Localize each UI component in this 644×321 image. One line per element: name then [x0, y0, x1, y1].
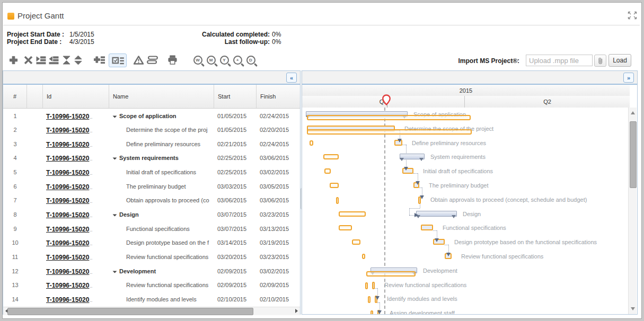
task-id-link[interactable]: T-10996-15020 — [46, 127, 89, 134]
column-header-num[interactable]: # — [3, 85, 27, 108]
column-header-name[interactable]: Name — [109, 85, 214, 108]
column-header-start[interactable]: Start — [214, 85, 257, 108]
expand-all-icon[interactable] — [72, 54, 84, 66]
baseline-bar[interactable] — [352, 239, 360, 245]
zoom-month-icon[interactable]: M — [205, 54, 217, 66]
task-id-link[interactable]: T-10996-15020 — [46, 141, 89, 148]
expanded-node-icon[interactable] — [113, 156, 117, 160]
task-start-cell: 03/14/2015 — [214, 239, 257, 246]
task-id-link[interactable]: T-10996-15020 — [46, 282, 89, 289]
id-ellipsis: .. — [89, 269, 92, 275]
baseline-bar[interactable] — [370, 310, 373, 314]
upload-mpp-input[interactable] — [526, 55, 593, 66]
gantt-task-label: System requirements — [430, 154, 486, 160]
v-scrollbar-thumb[interactable] — [630, 121, 637, 188]
id-ellipsis: .. — [89, 170, 92, 176]
task-id-link[interactable]: T-10996-15020 — [46, 169, 89, 176]
column-header-finish[interactable]: Finish — [257, 85, 300, 108]
baseline-bar[interactable] — [362, 254, 365, 259]
column-header-icon[interactable] — [27, 85, 43, 108]
scroll-down-arrow[interactable] — [631, 307, 635, 310]
table-row[interactable]: 5T-10996-15020..Initial draft of specifi… — [3, 165, 300, 180]
warning-icon[interactable] — [132, 54, 145, 66]
baseline-bar[interactable] — [323, 154, 339, 159]
load-button[interactable]: Load — [608, 54, 631, 67]
collapse-all-icon[interactable] — [60, 54, 73, 66]
baseline-bar[interactable] — [365, 282, 368, 289]
baseline-bar[interactable] — [336, 197, 339, 204]
baseline-bar[interactable] — [324, 168, 331, 174]
zoom-day-icon[interactable]: D — [244, 54, 257, 66]
task-id-link[interactable]: T-10996-15020 — [46, 155, 89, 162]
delete-task-icon[interactable] — [22, 54, 34, 66]
table-row[interactable]: 10T-10996-15020..Design prototype based … — [3, 236, 300, 250]
gantt-task-label: Initial draft of specifications — [423, 168, 493, 174]
indent-icon[interactable] — [34, 54, 47, 66]
expand-right-panel-button[interactable]: » — [623, 73, 634, 83]
maximize-icon[interactable] — [628, 11, 637, 20]
table-row[interactable]: 2T-10996-15020..Determine the scope of t… — [3, 123, 300, 137]
task-id-link[interactable]: T-10996-15020 — [46, 183, 89, 191]
table-row[interactable]: 4T-10996-15020..System requirements02/25… — [3, 151, 300, 165]
expanded-node-icon[interactable] — [113, 113, 117, 118]
baseline-bar[interactable] — [368, 296, 370, 303]
zoom-year-icon[interactable]: Y — [218, 54, 231, 66]
table-row[interactable]: 6T-10996-15020..The preliminary budget03… — [3, 179, 300, 193]
header-divider — [3, 25, 640, 25]
row-number: 8 — [3, 211, 27, 218]
table-row[interactable]: 14T-10996-15020..Identify modules and le… — [3, 292, 300, 306]
dependency-connector — [437, 230, 437, 238]
task-finish-cell: 03/19/2015 — [257, 239, 300, 246]
attach-file-button[interactable] — [594, 55, 606, 67]
table-row[interactable]: 9T-10996-15020..Functional specification… — [3, 221, 300, 236]
dependency-arrow-icon — [420, 195, 424, 199]
task-id-link[interactable]: T-10996-15020 — [46, 226, 89, 233]
today-pin-marker[interactable] — [382, 94, 391, 108]
add-row-icon[interactable] — [93, 54, 105, 66]
gantt-vertical-scrollbar[interactable] — [628, 108, 637, 314]
task-bar[interactable] — [372, 282, 375, 289]
table-row[interactable]: 13T-10996-15020..Review functional speci… — [3, 278, 300, 292]
checklist-columns-icon[interactable] — [109, 54, 127, 67]
zoom-in-icon[interactable]: + — [231, 54, 244, 66]
baseline-bar[interactable] — [339, 225, 352, 230]
baseline-bar[interactable] — [307, 115, 471, 120]
task-id-link[interactable]: T-10996-15020 — [46, 254, 89, 261]
task-id-link[interactable]: T-10996-15020 — [46, 211, 89, 219]
table-row[interactable]: 11T-10996-15020..Review functional speci… — [3, 250, 300, 264]
task-name-cell: Functional specifications — [109, 226, 214, 232]
baseline-bar[interactable] — [307, 129, 472, 135]
task-finish-cell: 03/06/2015 — [257, 197, 300, 203]
expanded-node-icon[interactable] — [113, 212, 117, 217]
zoom-week-icon[interactable]: W — [191, 54, 204, 66]
table-row[interactable]: 3T-10996-15020..Define preliminary resou… — [3, 137, 300, 151]
task-id-link[interactable]: T-10996-15020 — [46, 197, 89, 204]
scroll-right-arrow[interactable] — [295, 309, 298, 313]
table-row[interactable]: 8T-10996-15020..Design03/07/201503/23/20… — [3, 208, 300, 222]
task-id-link[interactable]: T-10996-15020 — [46, 296, 89, 304]
task-id-link[interactable]: T-10996-15020 — [46, 239, 89, 247]
summary-bar[interactable] — [416, 211, 457, 217]
dependencies-icon[interactable] — [146, 54, 158, 66]
print-icon[interactable] — [166, 54, 179, 66]
baseline-bar[interactable] — [366, 271, 416, 277]
table-row[interactable]: 12T-10996-15020..Development02/09/201503… — [3, 264, 300, 278]
table-row[interactable]: 1T-10996-15020..Scope of application01/0… — [3, 109, 300, 123]
h-scrollbar-thumb[interactable] — [7, 308, 253, 315]
add-task-icon[interactable] — [7, 54, 20, 66]
expanded-node-icon[interactable] — [113, 269, 117, 273]
task-id-link[interactable]: T-10996-15020 — [46, 268, 89, 275]
collapse-left-panel-button[interactable]: « — [286, 73, 297, 83]
table-row[interactable]: 7T-10996-15020..Obtain approvals to proc… — [3, 193, 300, 208]
outdent-icon[interactable] — [47, 54, 60, 66]
baseline-bar[interactable] — [330, 183, 339, 188]
task-bar[interactable] — [421, 225, 433, 230]
task-id-link[interactable]: T-10996-15020 — [46, 113, 89, 120]
scroll-up-arrow[interactable] — [631, 111, 635, 114]
id-ellipsis: .. — [89, 240, 92, 246]
grid-horizontal-scrollbar[interactable] — [3, 307, 300, 315]
baseline-bar[interactable] — [310, 140, 313, 146]
column-header-id[interactable]: Id — [43, 85, 109, 108]
baseline-bar[interactable] — [339, 211, 366, 217]
id-ellipsis: .. — [89, 198, 92, 204]
